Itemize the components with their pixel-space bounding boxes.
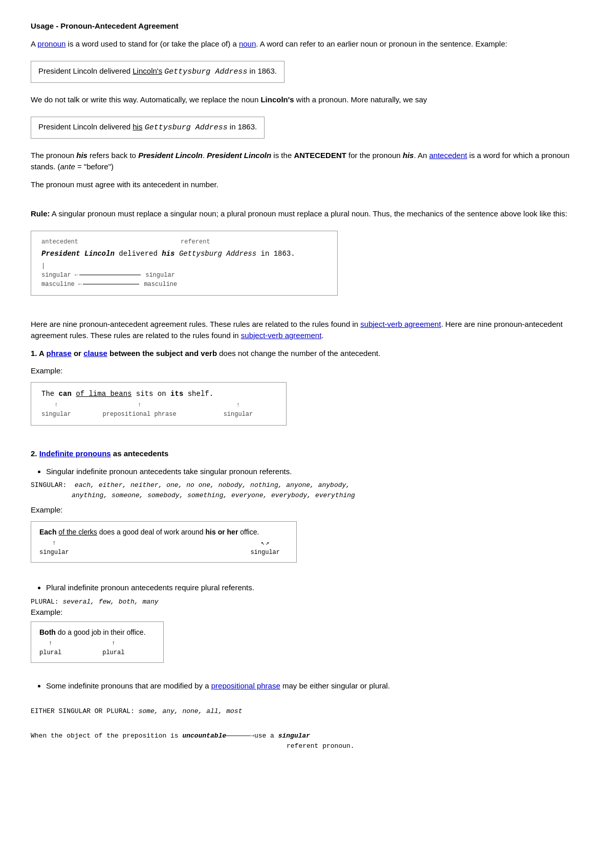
page-container: Usage - Pronoun-Antecedent Agreement A p…	[31, 20, 583, 751]
intro-paragraph: A pronoun is a word used to stand for (o…	[31, 38, 583, 50]
nine-rules-intro: Here are nine pronoun-antecedent agreeme…	[31, 319, 583, 342]
diagram-box: antecedent referent President Lincoln de…	[31, 231, 338, 296]
rule-paragraph: Rule: A singular pronoun must replace a …	[31, 208, 583, 220]
either-singular-label: EITHER SINGULAR OR PLURAL: some, any, no…	[31, 706, 583, 717]
diagram-sentence: President Lincoln delivered his Gettysbu…	[41, 249, 327, 259]
rule2-bullet2: Plural indefinite pronoun antecedents re…	[46, 582, 583, 594]
diagram-referent-label: referent	[181, 237, 210, 247]
can-sentence: The can of lima beans sits on its shelf.	[41, 389, 276, 399]
rule2-list-3: Some indefinite pronouns that are modifi…	[46, 680, 583, 692]
pronoun-link[interactable]: pronoun	[37, 39, 65, 48]
indefinite-pronouns-link[interactable]: Indefinite pronouns	[39, 449, 111, 458]
diagram-antecedent-label: antecedent	[41, 237, 78, 247]
can-prep-phrase: prepositional phrase	[103, 410, 177, 419]
rule1-title: 1. A phrase or clause between the subjec…	[31, 348, 583, 360]
each-sentence: Each of the clerks does a good deal of w…	[39, 527, 288, 538]
singular-label: SINGULAR: each, either, neither, one, no…	[31, 480, 583, 491]
example-box-2: President Lincoln delivered his Gettysbu…	[31, 117, 265, 139]
phrase-link[interactable]: phrase	[47, 349, 72, 358]
subject-verb-agreement-link[interactable]: subject-verb agreement	[241, 331, 322, 340]
antecedent-paragraph: The pronoun his refers back to President…	[31, 150, 583, 173]
rule1-example-label: Example:	[31, 365, 583, 377]
rule2-title: 2. Indefinite pronouns as antecedents	[31, 448, 583, 460]
example-box-1: President Lincoln delivered Lincoln's Ge…	[31, 61, 284, 83]
both-plural1: plural	[39, 648, 61, 657]
noun-link[interactable]: noun	[239, 39, 256, 48]
para2: We do not talk or write this way. Automa…	[31, 94, 583, 106]
antecedent-link[interactable]: antecedent	[429, 151, 467, 160]
both-plural2: plural	[102, 648, 124, 657]
referent-line: referent pronoun.	[287, 741, 583, 751]
each-box: Each of the clerks does a good deal of w…	[31, 521, 297, 563]
both-sentence: Both do a good job in their office.	[39, 627, 155, 638]
each-singular2: singular	[250, 548, 280, 557]
prepositional-phrase-link[interactable]: prepositional phrase	[211, 681, 280, 690]
antecedent-number-rule: The pronoun must agree with its antecede…	[31, 179, 583, 191]
rule2-bullet1: Singular indefinite pronoun antecedents …	[46, 466, 583, 478]
can-singular1: singular	[41, 410, 71, 419]
section-title: Usage - Pronoun-Antecedent Agreement	[31, 20, 583, 32]
when-line: When the object of the preposition is un…	[31, 731, 583, 741]
plural-label: PLURAL: several, few, both, many	[31, 597, 583, 607]
both-box: Both do a good job in their office. ↑ pl…	[31, 621, 164, 663]
can-box: The can of lima beans sits on its shelf.…	[31, 382, 287, 426]
rule2-bullet3: Some indefinite pronouns that are modifi…	[46, 680, 583, 692]
each-singular1: singular	[39, 548, 69, 557]
clause-link[interactable]: clause	[83, 349, 107, 358]
subject-verb-link[interactable]: subject-verb agreement	[360, 320, 441, 328]
can-singular2: singular	[224, 410, 253, 419]
example-label-1: Example:	[31, 504, 583, 516]
rule2-list: Singular indefinite pronoun antecedents …	[46, 466, 583, 478]
rule2-list-2: Plural indefinite pronoun antecedents re…	[46, 582, 583, 594]
example-label-2: Example:	[31, 607, 583, 618]
singular-list-2: anything, someone, somebody, something, …	[72, 491, 583, 501]
